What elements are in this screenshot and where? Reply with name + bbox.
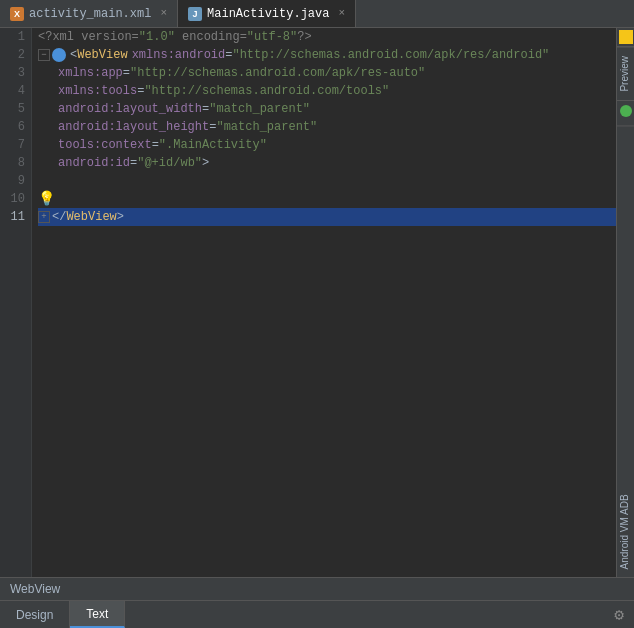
tab-bar: X activity_main.xml × J MainActivity.jav…	[0, 0, 634, 28]
line-number-11: 11	[0, 208, 25, 226]
tab-design[interactable]: Design	[0, 601, 70, 628]
android-vm-adb-panel	[617, 100, 634, 125]
line-number-9: 9	[0, 172, 25, 190]
tab-label-main-activity: MainActivity.java	[207, 7, 329, 21]
code-line-4: xmlns:tools="http://schemas.android.com/…	[38, 82, 616, 100]
tab-text[interactable]: Text	[70, 601, 125, 628]
bottom-tab-bar: Design Text ⚙	[0, 600, 634, 628]
main-area: 1 2 3 4 5 6 7 8 9 10 11 <?xml version="1…	[0, 28, 634, 577]
sidebar-item-preview[interactable]: Preview	[617, 47, 634, 100]
java-file-icon: J	[188, 7, 202, 21]
webview-label: WebView	[0, 577, 634, 600]
line-number-8: 8	[0, 154, 25, 172]
code-line-1: <?xml version="1.0" encoding="utf-8"?>	[38, 28, 616, 46]
fold-indicator-11: +	[38, 211, 50, 223]
tab-label-activity-main: activity_main.xml	[29, 7, 151, 21]
settings-gear-icon[interactable]: ⚙	[614, 601, 634, 628]
code-line-6: android:layout_height="match_parent"	[38, 118, 616, 136]
line-number-5: 5	[0, 100, 25, 118]
code-editor[interactable]: <?xml version="1.0" encoding="utf-8"?> −…	[32, 28, 616, 577]
bulb-icon[interactable]: 💡	[38, 190, 55, 208]
code-line-11: + </WebView>	[38, 208, 616, 226]
line-numbers: 1 2 3 4 5 6 7 8 9 10 11	[0, 28, 32, 577]
line-number-4: 4	[0, 82, 25, 100]
fold-indicator-webview[interactable]: −	[38, 49, 50, 61]
tab-main-activity-java[interactable]: J MainActivity.java ×	[178, 0, 356, 27]
line-number-1: 1	[0, 28, 25, 46]
green-circle-icon	[620, 105, 632, 117]
xml-file-icon: X	[10, 7, 24, 21]
code-pi: <?xml version="1.0" encoding="utf-8"?>	[38, 28, 312, 46]
line-number-6: 6	[0, 118, 25, 136]
bottom-bar: WebView Design Text ⚙	[0, 577, 634, 628]
code-line-10: 💡	[38, 190, 616, 208]
right-panels: Preview Android VM ADB	[616, 28, 634, 577]
sidebar-item-android-vm-adb[interactable]: Android VM ADB	[617, 125, 634, 577]
tab-close-main-activity[interactable]: ×	[338, 8, 345, 19]
line-number-10: 10	[0, 190, 25, 208]
tab-activity-main-xml[interactable]: X activity_main.xml ×	[0, 0, 178, 27]
code-line-8: android:id="@+id/wb">	[38, 154, 616, 172]
gutter-marker-2	[52, 48, 66, 62]
line-number-7: 7	[0, 136, 25, 154]
code-line-2: − <WebView xmlns:android="http://schemas…	[38, 46, 616, 64]
code-line-7: tools:context=".MainActivity"	[38, 136, 616, 154]
line-number-3: 3	[0, 64, 25, 82]
gradle-yellow-block	[619, 30, 633, 44]
tab-close-activity-main[interactable]: ×	[160, 8, 167, 19]
code-line-3: xmlns:app="http://schemas.android.com/ap…	[38, 64, 616, 82]
line-number-2: 2	[0, 46, 25, 64]
editor-wrapper: 1 2 3 4 5 6 7 8 9 10 11 <?xml version="1…	[0, 28, 616, 577]
code-line-9	[38, 172, 616, 190]
gradle-strip	[617, 28, 634, 47]
code-line-5: android:layout_width="match_parent"	[38, 100, 616, 118]
